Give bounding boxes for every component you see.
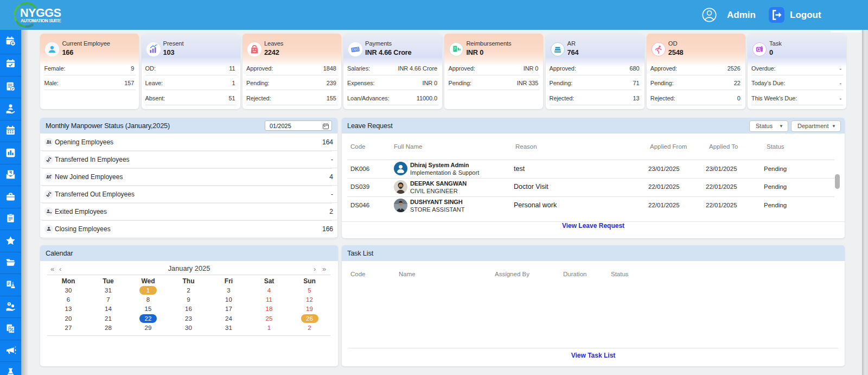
svg-text:₹: ₹ <box>8 303 10 306</box>
